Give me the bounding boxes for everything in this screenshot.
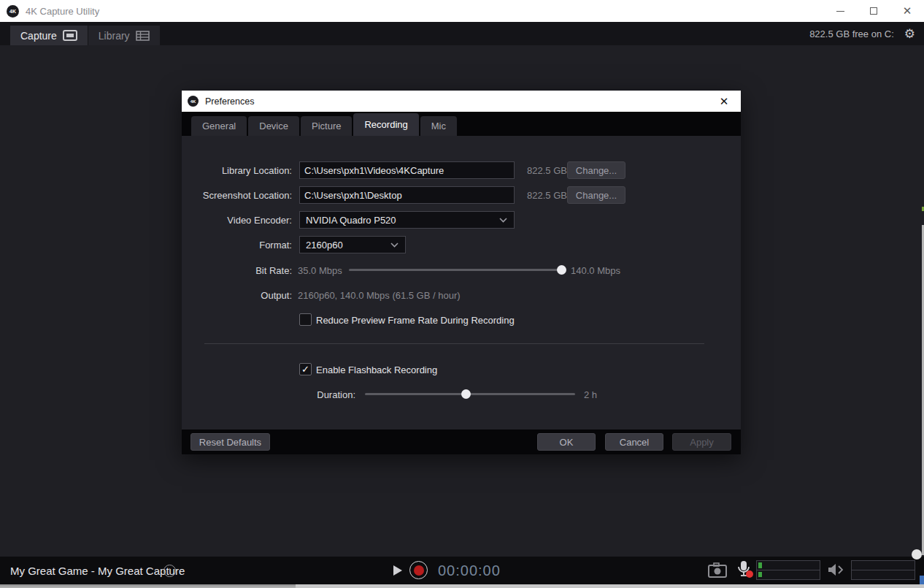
dialog-tab-recording[interactable]: Recording [353,113,418,136]
apply-button: Apply [672,433,731,451]
right-edge-blue-sliver [920,576,924,584]
info-icon[interactable]: i [163,565,176,577]
edge-slider-thumb[interactable] [912,549,922,560]
record-icon [414,565,424,576]
library-location-label: Library Location: [182,165,292,176]
dialog-body: Library Location: 822.5 GB Change... Scr… [182,136,741,429]
output-label: Output: [182,290,292,301]
cancel-button[interactable]: Cancel [605,433,663,451]
bottom-edge-strip [0,584,924,588]
meter-row [852,570,915,579]
dialog-tab-picture[interactable]: Picture [301,116,352,136]
dialog-footer: Reset Defaults OK Cancel Apply [182,429,741,454]
settings-gear-icon[interactable]: ⚙ [904,28,915,40]
meter-row [852,561,915,570]
free-space-label: 822.5 GB free on C: [809,28,894,39]
tabbar-right: 822.5 GB free on C: ⚙ [809,22,915,45]
maximize-button[interactable] [857,0,890,22]
close-button[interactable]: ✕ [890,0,924,22]
bit-rate-slider-thumb[interactable] [557,265,566,275]
format-label: Format: [182,240,292,251]
reduce-preview-checkbox[interactable] [299,313,312,326]
screenshot-location-size: 822.5 GB [527,190,567,201]
app-window: 4K 4K Capture Utility ✕ Capture Library … [0,0,924,588]
reduce-preview-label: Reduce Preview Frame Rate During Recordi… [316,315,515,326]
check-icon: ✓ [301,364,309,375]
screenshot-location-input[interactable] [299,186,515,204]
screenshot-location-label: Screenshot Location: [182,190,292,201]
chevron-down-icon [390,243,399,248]
minimize-button[interactable] [823,0,857,22]
microphone-icon[interactable] [736,560,755,579]
duration-label: Duration: [245,389,355,400]
session-title: My Great Game - My Great Capture [10,565,185,577]
library-location-size: 822.5 GB [527,165,567,176]
ok-button[interactable]: OK [537,433,596,451]
mic-record-dot [746,570,753,578]
bit-rate-min: 35.0 Mbps [298,265,342,276]
format-value: 2160p60 [306,240,343,251]
meter-green-segment [758,572,762,577]
duration-slider[interactable] [365,393,575,395]
record-button[interactable] [409,561,428,579]
dialog-close-icon[interactable]: ✕ [713,91,735,112]
meter-green-segment [758,562,762,568]
section-divider [204,343,704,344]
recording-timer: 00:00:00 [438,562,501,579]
tab-capture-label: Capture [20,30,57,42]
preferences-dialog: 4K Preferences ✕ General Device Picture … [182,91,741,454]
library-location-change-button[interactable]: Change... [567,161,625,179]
dialog-tab-general[interactable]: General [191,116,247,136]
video-encoder-select[interactable]: NVIDIA Quadro P520 [299,211,515,229]
window-controls: ✕ [823,0,924,22]
status-bar: My Great Game - My Great Capture i 00:00… [0,557,924,584]
window-titlebar: 4K 4K Capture Utility ✕ [0,0,924,22]
play-icon[interactable] [393,565,402,576]
maximize-icon [870,7,877,15]
flashback-checkbox[interactable]: ✓ [299,363,312,375]
reset-defaults-button[interactable]: Reset Defaults [190,433,270,451]
tab-library[interactable]: Library [88,26,160,45]
dialog-tab-mic[interactable]: Mic [420,116,457,136]
duration-value: 2 h [584,389,597,400]
library-grid-icon [136,31,150,41]
output-value: 2160p60, 140.0 Mbps (61.5 GB / hour) [298,290,461,301]
mic-level-meter [756,560,820,580]
dialog-tab-device[interactable]: Device [248,116,299,136]
library-location-input[interactable] [299,161,515,179]
meter-row [757,561,820,570]
dialog-tabstrip: General Device Picture Recording Mic [182,112,741,136]
chevron-down-icon [499,218,507,223]
dialog-titlebar: 4K Preferences ✕ [182,91,741,112]
bit-rate-label: Bit Rate: [182,265,292,276]
main-tabbar: Capture Library 822.5 GB free on C: ⚙ [0,22,924,45]
dialog-logo-icon: 4K [188,96,199,107]
tab-capture[interactable]: Capture [10,26,88,45]
dialog-title: Preferences [205,96,254,107]
bit-rate-max: 140.0 Mbps [571,265,620,276]
app-logo-icon: 4K [7,5,19,18]
monitor-icon [63,30,77,41]
output-level-meter [851,560,915,580]
screenshot-location-change-button[interactable]: Change... [567,186,625,204]
meter-row [757,570,820,579]
bit-rate-slider[interactable] [349,269,563,271]
speaker-icon[interactable] [828,563,845,576]
minimize-icon [836,11,844,12]
window-title: 4K Capture Utility [26,6,99,17]
video-encoder-label: Video Encoder: [182,215,292,226]
video-encoder-value: NVIDIA Quadro P520 [306,215,396,226]
bottom-edge-strip-left [0,584,296,588]
format-select[interactable]: 2160p60 [299,236,406,253]
tab-library-label: Library [99,30,130,42]
duration-slider-thumb[interactable] [461,389,471,399]
screenshot-camera-icon[interactable] [708,562,727,578]
flashback-label: Enable Flashback Recording [316,364,437,375]
